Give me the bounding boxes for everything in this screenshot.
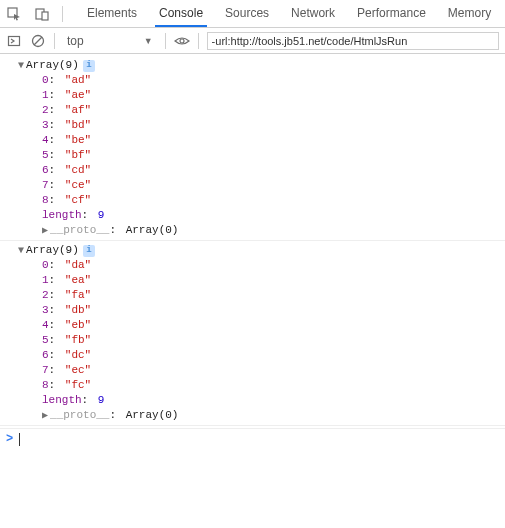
array-entries: 0: "da" 1: "ea" 2: "fa" 3: "db" 4: "eb" … [18, 258, 505, 423]
item-value: "cf" [65, 193, 91, 208]
array-header[interactable]: Array(9) i [18, 243, 505, 258]
show-console-sidebar-icon[interactable] [6, 33, 22, 49]
proto-key: __proto__ [50, 408, 109, 423]
length-value: 9 [98, 393, 105, 408]
disclosure-triangle-icon[interactable] [18, 243, 24, 258]
execution-context-selector[interactable]: top ▼ [63, 34, 157, 48]
array-item: 3: "bd" [42, 118, 505, 133]
item-index: 1 [42, 273, 49, 288]
console-subbar: top ▼ [0, 28, 505, 54]
clear-console-icon[interactable] [30, 33, 46, 49]
item-index: 1 [42, 88, 49, 103]
array-item: 0: "ad" [42, 73, 505, 88]
item-value: "da" [65, 258, 91, 273]
item-index: 7 [42, 178, 49, 193]
length-row: length: 9 [42, 208, 505, 223]
item-index: 4 [42, 318, 49, 333]
array-entries: 0: "ad" 1: "ae" 2: "af" 3: "bd" 4: "be" … [18, 73, 505, 238]
length-key: length [42, 208, 82, 223]
proto-value: Array(0) [126, 223, 179, 238]
item-value: "be" [65, 133, 91, 148]
tab-memory[interactable]: Memory [444, 0, 495, 27]
item-index: 0 [42, 258, 49, 273]
panel-tabs: Elements Console Sources Network Perform… [83, 0, 495, 27]
item-index: 8 [42, 378, 49, 393]
item-value: "db" [65, 303, 91, 318]
separator [165, 33, 166, 49]
item-index: 5 [42, 148, 49, 163]
text-cursor [19, 433, 20, 446]
proto-row[interactable]: __proto__: Array(0) [42, 408, 505, 423]
item-value: "ec" [65, 363, 91, 378]
item-index: 3 [42, 303, 49, 318]
length-row: length: 9 [42, 393, 505, 408]
item-value: "ae" [65, 88, 91, 103]
array-item: 1: "ea" [42, 273, 505, 288]
info-icon[interactable]: i [83, 60, 95, 72]
item-value: "fb" [65, 333, 91, 348]
tab-network[interactable]: Network [287, 0, 339, 27]
item-index: 6 [42, 163, 49, 178]
svg-rect-2 [42, 12, 48, 20]
chevron-down-icon: ▼ [144, 36, 153, 46]
array-item: 2: "af" [42, 103, 505, 118]
array-summary: Array(9) [26, 243, 79, 258]
item-index: 2 [42, 103, 49, 118]
proto-key: __proto__ [50, 223, 109, 238]
item-value: "ad" [65, 73, 91, 88]
item-value: "fc" [65, 378, 91, 393]
array-item: 7: "ce" [42, 178, 505, 193]
proto-value: Array(0) [126, 408, 179, 423]
item-value: "bf" [65, 148, 91, 163]
tab-performance[interactable]: Performance [353, 0, 430, 27]
tab-elements[interactable]: Elements [83, 0, 141, 27]
array-item: 6: "cd" [42, 163, 505, 178]
item-index: 8 [42, 193, 49, 208]
array-item: 1: "ae" [42, 88, 505, 103]
array-header[interactable]: Array(9) i [18, 58, 505, 73]
array-summary: Array(9) [26, 58, 79, 73]
info-icon[interactable]: i [83, 245, 95, 257]
item-index: 4 [42, 133, 49, 148]
eye-icon[interactable] [174, 33, 190, 49]
item-value: "bd" [65, 118, 91, 133]
console-prompt[interactable]: > [0, 428, 505, 450]
length-value: 9 [98, 208, 105, 223]
disclosure-triangle-icon[interactable] [18, 58, 24, 73]
devtools-toolbar: Elements Console Sources Network Perform… [0, 0, 505, 28]
item-index: 3 [42, 118, 49, 133]
array-item: 6: "dc" [42, 348, 505, 363]
inspect-element-icon[interactable] [6, 6, 22, 22]
array-item: 4: "eb" [42, 318, 505, 333]
array-item: 7: "ec" [42, 363, 505, 378]
item-index: 6 [42, 348, 49, 363]
array-item: 8: "fc" [42, 378, 505, 393]
item-value: "ea" [65, 273, 91, 288]
disclosure-triangle-icon[interactable] [42, 408, 48, 423]
tab-console[interactable]: Console [155, 0, 207, 27]
separator [62, 6, 63, 22]
separator [198, 33, 199, 49]
item-value: "ce" [65, 178, 91, 193]
disclosure-triangle-icon[interactable] [42, 223, 48, 238]
log-entry: Array(9) i 0: "ad" 1: "ae" 2: "af" 3: "b… [0, 58, 505, 241]
item-index: 7 [42, 363, 49, 378]
filter-input[interactable] [207, 32, 499, 50]
array-item: 5: "bf" [42, 148, 505, 163]
length-key: length [42, 393, 82, 408]
item-index: 5 [42, 333, 49, 348]
proto-row[interactable]: __proto__: Array(0) [42, 223, 505, 238]
log-entry: Array(9) i 0: "da" 1: "ea" 2: "fa" 3: "d… [0, 243, 505, 426]
svg-line-5 [34, 37, 42, 45]
item-index: 0 [42, 73, 49, 88]
array-item: 0: "da" [42, 258, 505, 273]
item-value: "af" [65, 103, 91, 118]
array-item: 3: "db" [42, 303, 505, 318]
separator [54, 33, 55, 49]
array-item: 2: "fa" [42, 288, 505, 303]
console-output: Array(9) i 0: "ad" 1: "ae" 2: "af" 3: "b… [0, 54, 505, 528]
item-value: "eb" [65, 318, 91, 333]
item-value: "dc" [65, 348, 91, 363]
tab-sources[interactable]: Sources [221, 0, 273, 27]
device-toolbar-icon[interactable] [34, 6, 50, 22]
